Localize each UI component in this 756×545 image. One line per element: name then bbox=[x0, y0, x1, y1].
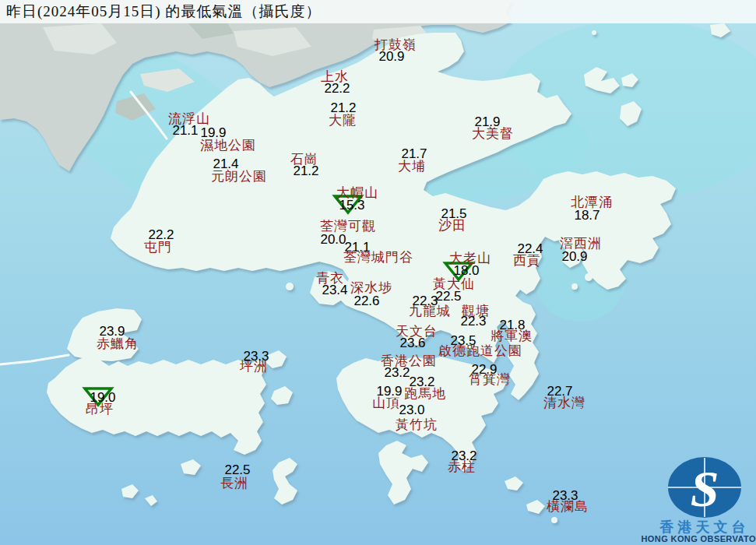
logo-s-swirl-icon: S bbox=[691, 460, 719, 517]
logo-name-chinese: 香港天文台 bbox=[659, 519, 750, 535]
hko-logo: S 香港天文台 HONG KONG OBSERVATORY bbox=[0, 0, 756, 545]
min-temperature-map: 打鼓嶺20.9上水22.2大隴21.2流浮山21.1濕地公園19.9大美督21.… bbox=[0, 0, 756, 545]
page-title: 昨日(2024年05月15日) 的最低氣溫（攝氏度） bbox=[6, 2, 321, 22]
title-bar: 昨日(2024年05月15日) 的最低氣溫（攝氏度） bbox=[0, 0, 756, 23]
logo-name-english: HONG KONG OBSERVATORY bbox=[641, 534, 756, 543]
